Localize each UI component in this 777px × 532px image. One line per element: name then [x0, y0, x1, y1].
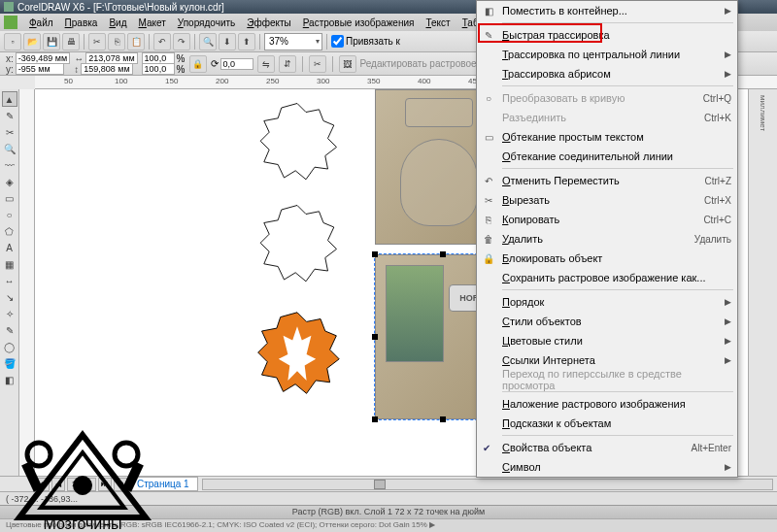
prev-page-button[interactable]: ◀ — [51, 478, 65, 491]
redo-button[interactable]: ↷ — [173, 33, 190, 50]
page-count-button[interactable]: 1 — [67, 478, 81, 491]
cursor-coords: ( -372,... -136,93... — [6, 494, 78, 504]
ctx-быстрая-трассировка[interactable]: ✎Быстрая трассировка — [477, 25, 737, 45]
rotate-icon: ⟳ — [211, 58, 219, 69]
cut-button[interactable]: ✂ — [88, 33, 106, 50]
ctx-подсказки-к-объектам[interactable]: Подсказки к объектам — [477, 414, 737, 433]
ctx-обтекание-простым-текстом[interactable]: ▭Обтекание простым текстом — [477, 127, 737, 147]
horde-logo-shape[interactable] — [251, 308, 344, 401]
ctx-переход-по-гиперссылке-в-средстве-просмотра: Переход по гиперссылке в средстве просмо… — [477, 370, 737, 389]
ctx-цветовые-стили[interactable]: Цветовые стили▶ — [477, 331, 737, 350]
shape-tool[interactable]: ✎ — [2, 108, 17, 123]
selection-handle[interactable] — [372, 251, 378, 257]
check-icon: ✔ — [483, 443, 490, 453]
page-tab[interactable]: Страница 1 — [128, 477, 198, 491]
add-page-button[interactable]: ⊕ — [114, 478, 127, 491]
selection-handle[interactable] — [440, 251, 446, 257]
dimension-tool[interactable]: ↔ — [2, 273, 17, 288]
ctx-копировать[interactable]: ⎘КопироватьCtrl+C — [477, 210, 737, 229]
smart-fill-tool[interactable]: ◈ — [2, 174, 17, 189]
y-input[interactable]: -955 мм — [16, 63, 64, 75]
crop-tool[interactable]: ✂ — [2, 124, 17, 140]
zoom-tool[interactable]: 🔍 — [2, 141, 17, 156]
rectangle-tool[interactable]: ▭ — [2, 190, 17, 206]
scroll-thumb[interactable] — [374, 480, 386, 489]
print-button[interactable]: 🖶 — [62, 33, 80, 50]
vertical-ruler — [19, 89, 35, 476]
export-button[interactable]: ⬆ — [238, 33, 255, 50]
menu-icon: ↶ — [481, 173, 496, 188]
context-menu: ◧Поместить в контейнер...▶✎Быстрая трасс… — [476, 0, 738, 478]
selection-handle[interactable] — [372, 334, 378, 340]
table-tool[interactable]: ▦ — [2, 256, 17, 272]
ctx-обтекание-соединительной-линии[interactable]: Обтекание соединительной линии — [477, 147, 737, 166]
ctx-наложение-растрового-изображения[interactable]: Наложение растрового изображения — [477, 394, 737, 414]
ctx-порядок[interactable]: Порядок▶ — [477, 292, 737, 312]
menu-Растровые изображения[interactable]: Растровые изображения — [297, 17, 421, 29]
angle-input[interactable]: 0,0 — [220, 58, 253, 70]
mirror-v-button[interactable]: ⇵ — [279, 55, 296, 73]
undo-button[interactable]: ↶ — [153, 33, 171, 50]
menu-icon: 🗑 — [481, 231, 496, 247]
fill-tool[interactable]: 🪣 — [2, 355, 17, 371]
polygon-tool[interactable]: ⬠ — [2, 223, 17, 239]
paste-button[interactable]: 📋 — [127, 33, 145, 50]
text-tool[interactable]: A — [2, 240, 17, 255]
menu-Вид[interactable]: Вид — [103, 17, 132, 29]
menu-Упорядочить[interactable]: Упорядочить — [172, 17, 242, 29]
outline-shape-1[interactable] — [253, 99, 341, 186]
selection-handle[interactable] — [372, 416, 378, 422]
selection-handle[interactable] — [440, 416, 446, 422]
ctx-удалить[interactable]: 🗑УдалитьУдалить — [477, 229, 737, 249]
edit-bitmap-icon: 🖼 — [339, 55, 356, 73]
ctx-стили-объектов[interactable]: Стили объектов▶ — [477, 312, 737, 331]
ctx-трассировка-абрисом[interactable]: Трассировка абрисом▶ — [477, 64, 737, 83]
last-page-button[interactable]: ⏭ — [98, 478, 112, 491]
ctx-отменить-переместить[interactable]: ↶Отменить ПереместитьCtrl+Z — [477, 171, 737, 190]
ctx-символ[interactable]: Символ▶ — [477, 457, 737, 477]
height-input[interactable]: 159,808 мм — [81, 63, 132, 75]
interactive-tool[interactable]: ✧ — [2, 306, 17, 321]
submenu-arrow-icon: ▶ — [725, 462, 731, 472]
first-page-button[interactable]: ⏮ — [36, 478, 50, 491]
snap-checkbox[interactable]: Привязать к — [331, 35, 400, 48]
ctx-поместить-в-контейнер...[interactable]: ◧Поместить в контейнер...▶ — [477, 1, 737, 20]
menu-Файл[interactable]: Файл — [23, 17, 59, 29]
ctx-блокировать-объект[interactable]: 🔒Блокировать объект — [477, 249, 737, 268]
ctx-трассировка-по-центральной-линии[interactable]: Трассировка по центральной линии▶ — [477, 45, 737, 64]
interactive-fill-tool[interactable]: ◧ — [2, 372, 17, 387]
copy-button[interactable]: ⎘ — [108, 33, 125, 50]
freehand-tool[interactable]: 〰 — [2, 157, 17, 173]
outline-tool[interactable]: ◯ — [2, 339, 17, 354]
search-button[interactable]: 🔍 — [199, 33, 217, 50]
menu-Правка[interactable]: Правка — [59, 17, 104, 29]
ctx-сохранить-растровое-изображение-как...[interactable]: Сохранить растровое изображение как... — [477, 268, 737, 287]
next-page-button[interactable]: ▶ — [83, 478, 96, 491]
connector-tool[interactable]: ↘ — [2, 289, 17, 305]
scaley-input[interactable]: 100,0 — [142, 63, 175, 75]
zoom-combo[interactable]: 37% — [264, 33, 322, 50]
crop-button[interactable]: ✂ — [309, 55, 326, 73]
open-button[interactable]: 📂 — [23, 33, 41, 50]
mirror-h-button[interactable]: ⇋ — [257, 55, 275, 73]
ctx-вырезать[interactable]: ✂ВырезатьCtrl+X — [477, 190, 737, 210]
status-bar-object: Растр (RGB) вкл. Слой 1 72 x 72 точек на… — [0, 505, 777, 518]
menu-icon: ✂ — [481, 192, 496, 208]
ctx-свойства-объекта[interactable]: ✔Свойства объектаAlt+Enter — [477, 438, 737, 457]
outline-shape-2[interactable] — [253, 201, 341, 288]
ctx-ссылки-интернета[interactable]: Ссылки Интернета▶ — [477, 350, 737, 370]
menu-Текст[interactable]: Текст — [420, 17, 456, 29]
eyedropper-tool[interactable]: ✎ — [2, 322, 17, 338]
save-button[interactable]: 💾 — [43, 33, 60, 50]
pick-tool[interactable]: ▲ — [2, 91, 17, 107]
new-button[interactable]: ▫ — [4, 33, 21, 50]
edit-bitmap-label[interactable]: Редактировать растровое из — [360, 58, 490, 69]
status-bar-coords: ( -372,... -136,93... — [0, 491, 777, 505]
ellipse-tool[interactable]: ○ — [2, 207, 17, 222]
menu-Эффекты[interactable]: Эффекты — [241, 17, 296, 29]
menu-Макет[interactable]: Макет — [132, 17, 171, 29]
lock-ratio-button[interactable]: 🔒 — [189, 55, 207, 73]
import-button[interactable]: ⬇ — [219, 33, 236, 50]
submenu-arrow-icon: ▶ — [725, 355, 731, 365]
horizontal-scrollbar[interactable] — [202, 479, 773, 490]
